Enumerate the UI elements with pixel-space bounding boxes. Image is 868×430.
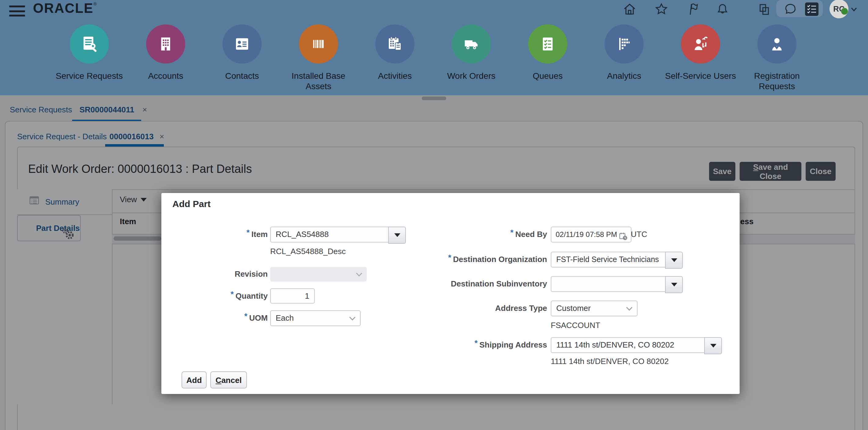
dropdown-arrow-icon	[710, 344, 716, 348]
home-icon[interactable]	[622, 2, 637, 16]
nav-app-label: Analytics	[584, 71, 664, 81]
item-dropdown-button[interactable]	[388, 227, 406, 244]
required-asterisk: *	[230, 290, 234, 299]
address-type-select[interactable]: Customer	[551, 300, 638, 317]
required-asterisk: *	[474, 338, 477, 348]
destination-organization-dropdown-button[interactable]	[665, 252, 683, 269]
date-time-picker-icon[interactable]	[619, 231, 628, 242]
destination-subinventory-input[interactable]	[551, 276, 670, 292]
destination-subinventory-dropdown-button[interactable]	[665, 276, 683, 293]
dropdown-arrow-icon	[394, 233, 400, 237]
address-type-label: Address Type	[406, 300, 547, 317]
hamburger-menu-icon[interactable]	[9, 5, 25, 18]
nav-app-installed-base-assets[interactable]: Installed Base Assets	[279, 25, 358, 92]
nav-app-label: Queues	[508, 71, 587, 81]
item-label: *Item	[161, 227, 268, 242]
need-by-input[interactable]: 02/11/19 07:58 PM	[551, 227, 631, 242]
address-account: FSACCOUNT	[551, 321, 600, 330]
revision-select	[270, 267, 367, 282]
favorites-star-icon[interactable]	[654, 2, 669, 16]
chat-icon[interactable]	[783, 2, 798, 16]
nav-app-label: Activities	[355, 71, 435, 81]
nav-app-label: Service Requests	[50, 71, 129, 81]
accounts-icon	[146, 25, 185, 64]
activities-icon	[375, 25, 414, 64]
quantity-label: *Quantity	[161, 288, 268, 304]
quantity-input[interactable]: 1	[270, 288, 315, 304]
nav-app-activities[interactable]: Activities	[355, 25, 435, 81]
dropdown-arrow-icon	[671, 258, 677, 262]
analytics-icon	[604, 25, 644, 64]
add-button[interactable]: Add	[182, 371, 207, 389]
destination-organization-label: *Destination Organization	[406, 252, 547, 267]
destination-subinventory-label: Destination Subinventory	[406, 276, 547, 292]
queues-icon	[528, 25, 567, 64]
destination-organization-input[interactable]: FST-Field Service Technicians	[551, 252, 670, 267]
required-asterisk: *	[244, 311, 247, 321]
dropdown-arrow-icon	[671, 283, 677, 287]
need-by-timezone: UTC	[631, 227, 647, 242]
self-service-users-icon	[681, 25, 720, 64]
nav-app-label: Registration Requests	[737, 71, 817, 92]
flag-icon[interactable]	[686, 2, 701, 16]
required-asterisk: *	[510, 228, 514, 237]
nav-app-queues[interactable]: Queues	[508, 25, 587, 81]
nav-app-contacts[interactable]: Contacts	[202, 25, 282, 81]
contacts-icon	[222, 25, 261, 64]
uom-label: *UOM	[161, 310, 268, 326]
service-requests-icon	[70, 25, 109, 64]
nav-app-service-requests[interactable]: Service Requests	[50, 25, 129, 81]
shipping-address-description: 1111 14th st/DENVER, CO 80202	[551, 357, 669, 366]
nav-app-label: Accounts	[126, 71, 206, 81]
item-input[interactable]: RCL_AS54888	[270, 227, 393, 242]
task-list-icon[interactable]	[805, 2, 818, 16]
presence-status-dot	[841, 8, 848, 15]
nav-app-label: Work Orders	[432, 71, 511, 81]
required-asterisk: *	[448, 253, 451, 262]
add-part-dialog: Add Part *Item RCL_AS54888 RCL_AS54888_D…	[161, 193, 740, 394]
item-description: RCL_AS54888_Desc	[270, 247, 346, 256]
oracle-logo: ORACLE®	[33, 1, 97, 16]
need-by-label: *Need By	[406, 227, 547, 242]
chevron-down-icon[interactable]	[848, 4, 863, 18]
registration-requests-icon	[757, 25, 797, 64]
nav-app-self-service-users[interactable]: Self-Service Users	[661, 25, 740, 81]
nav-app-label: Contacts	[202, 71, 282, 81]
nav-app-registration-requests[interactable]: Registration Requests	[737, 25, 817, 92]
uom-select[interactable]: Each	[270, 310, 361, 326]
nav-app-label: Self-Service Users	[661, 71, 740, 81]
nav-app-accounts[interactable]: Accounts	[126, 25, 206, 81]
work-orders-icon	[452, 25, 491, 64]
shipping-address-input[interactable]: 1111 14th st/DENVER, CO 80202	[551, 337, 709, 353]
dialog-title: Add Part	[173, 199, 211, 209]
required-asterisk: *	[246, 228, 249, 237]
application-window: ORACLE® RC	[0, 0, 868, 430]
global-header: ORACLE® RC	[0, 0, 868, 95]
nav-app-label: Installed Base Assets	[279, 71, 358, 92]
cancel-button[interactable]: Cancel	[210, 371, 247, 389]
nav-app-work-orders[interactable]: Work Orders	[432, 25, 511, 81]
pages-icon[interactable]	[756, 2, 771, 16]
revision-label: Revision	[161, 267, 268, 282]
installed-base-assets-icon	[299, 25, 338, 64]
notifications-bell-icon[interactable]	[715, 2, 730, 16]
shipping-address-dropdown-button[interactable]	[704, 337, 722, 354]
nav-app-analytics[interactable]: Analytics	[584, 25, 664, 81]
shipping-address-label: *Shipping Address	[406, 337, 547, 353]
